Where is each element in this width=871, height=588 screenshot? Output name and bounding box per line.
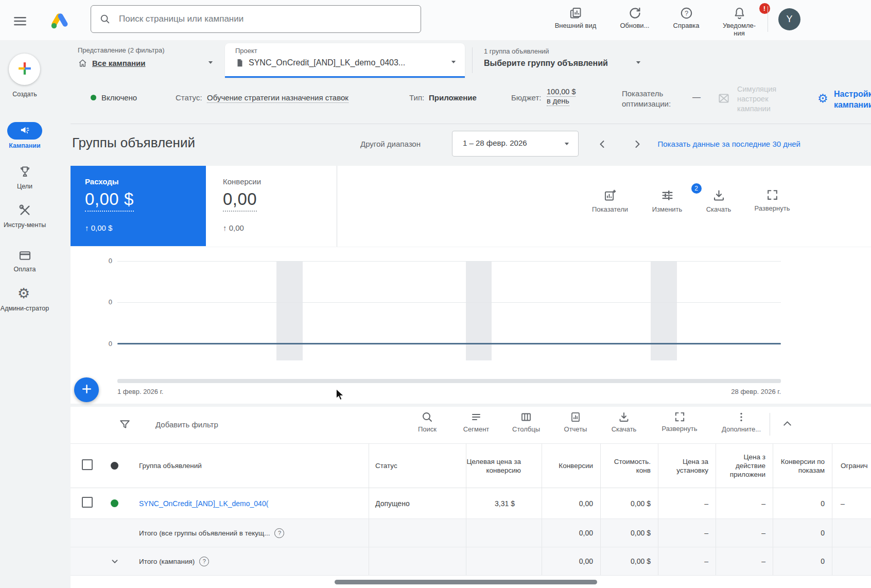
horizontal-scrollbar-thumb[interactable] — [335, 580, 597, 584]
collapse-chevron-up-icon[interactable] — [781, 417, 794, 430]
document-icon — [235, 58, 245, 67]
chart-overview-scrollbar[interactable] — [117, 379, 781, 383]
prev-period-chevron-icon[interactable] — [596, 138, 608, 150]
appearance-button[interactable]: Внешний вид — [552, 6, 599, 29]
columns-button[interactable]: Столбцы — [501, 411, 551, 433]
metric-card-conversions[interactable]: Конверсии 0,00 ↑ 0,00 — [206, 166, 337, 246]
col-header-target-cpa[interactable]: Целевая цена за конверсию — [466, 444, 542, 488]
global-search[interactable] — [91, 5, 421, 33]
optimization-value: — — [692, 93, 701, 102]
row-checkbox[interactable] — [82, 497, 93, 508]
next-period-chevron-icon[interactable] — [631, 138, 643, 150]
contextbar-divider — [472, 47, 473, 73]
date-range-selector[interactable]: 1 – 28 февр. 2026 — [452, 131, 579, 157]
edit-button[interactable]: 2 Изменить — [641, 188, 693, 213]
view-selector[interactable]: Представление (2 фильтра) Все кампании — [71, 44, 222, 76]
add-fab-button[interactable] — [74, 377, 99, 402]
select-all-checkbox[interactable] — [82, 459, 93, 470]
refresh-button[interactable]: Обнови... — [611, 6, 658, 29]
status-value[interactable]: Обучение стратегии назначения ставок — [207, 93, 349, 103]
table-download-button[interactable]: Скачать — [599, 411, 649, 433]
metric-card-cost[interactable]: Расходы 0,00 $ ↑ 0,00 $ — [71, 166, 206, 246]
date-range-value: 1 – 28 февр. 2026 — [463, 139, 527, 147]
reports-button[interactable]: Отчеты — [551, 411, 600, 433]
cell-cost-per-inapp: – — [716, 488, 773, 518]
add-filter-button[interactable]: Добавить фильтр — [155, 420, 218, 429]
total-adgroups-label-cell: Итого (все группы объявлений в текущ... … — [129, 528, 369, 538]
help-button[interactable]: ? Справка — [663, 6, 710, 29]
toolbar-divider — [770, 413, 770, 436]
help-circle-icon[interactable]: ? — [274, 528, 284, 538]
last30days-link[interactable]: Показать данные за последние 30 дней — [646, 140, 800, 148]
notifications-button[interactable]: ! Уведомле-ния — [716, 6, 763, 37]
cell-cost-per-conv: 0,00 $ — [600, 519, 658, 547]
table-search-button[interactable]: Поиск — [403, 411, 452, 433]
project-selector[interactable]: Проект SYNC_OnCredit_[AND]_LK_demo_0403.… — [225, 43, 465, 78]
cell-target-cpa: 3,31 $ — [466, 488, 542, 518]
hamburger-menu-icon[interactable] — [12, 13, 28, 29]
expand-button-label: Развернуть — [755, 204, 790, 212]
tools-icon[interactable] — [18, 203, 32, 217]
create-button[interactable] — [9, 54, 40, 85]
campaign-settings-link[interactable]: Настройки кампании — [834, 89, 871, 110]
x-axis-end-label: 28 февр. 2026 г. — [626, 388, 781, 395]
expand-button[interactable]: Развернуть — [746, 188, 798, 212]
help-circle-icon[interactable]: ? — [199, 557, 209, 566]
download-button[interactable]: Скачать — [693, 188, 744, 213]
notifications-bell-icon: ! — [733, 6, 746, 20]
col-header-target-cpa-text: Целевая цена за конверсию — [466, 457, 521, 475]
admin-gear-icon[interactable]: ⚙ — [18, 285, 30, 302]
appearance-label: Внешний вид — [554, 22, 597, 29]
metric-card-conversions-label: Конверсии — [223, 177, 261, 186]
metrics-chart-panel: Расходы 0,00 $ ↑ 0,00 $ Конверсии 0,00 ↑… — [71, 166, 871, 404]
sidebar-admin-label[interactable]: Админи-стратор — [0, 305, 49, 313]
table-total-row: Итого (все группы объявлений в текущ... … — [71, 519, 871, 547]
weekend-band — [466, 261, 492, 360]
col-header-view-through[interactable]: Конверсии по показам — [773, 444, 832, 488]
col-header-conversions-text: Конверсии — [559, 461, 593, 470]
y-tick: 0 — [94, 257, 112, 265]
adgroup-selector[interactable]: 1 группа объявлений Выберите группу объя… — [480, 44, 650, 76]
top-bar: Внешний вид Обнови... ? Справка ! Уведом… — [0, 0, 871, 40]
download-icon — [618, 411, 630, 423]
col-header-cost-per-install[interactable]: Цена за установку — [658, 444, 716, 488]
sidebar-goals-label[interactable]: Цели — [0, 183, 49, 191]
col-header-cost-per-inapp[interactable]: Цена з действие приложени — [716, 444, 773, 488]
budget-value[interactable]: 100,00 $ в день — [547, 88, 576, 105]
topbar-divider — [768, 6, 768, 32]
col-header-view-through-text: Конверсии по показам — [773, 457, 825, 475]
sidebar-item-campaigns[interactable] — [7, 122, 42, 140]
search-input[interactable] — [118, 13, 412, 25]
col-header-status[interactable]: Статус — [369, 444, 466, 488]
y-tick: 0 — [94, 340, 112, 348]
filter-funnel-icon[interactable] — [118, 418, 131, 431]
google-ads-logo-icon[interactable] — [49, 9, 70, 32]
metrics-button[interactable]: Показатели — [584, 188, 636, 213]
enabled-status-dot — [91, 95, 96, 100]
goals-trophy-icon[interactable] — [18, 165, 32, 179]
metric-card-conversions-value: 0,00 — [223, 189, 257, 212]
cell-cost-per-inapp: – — [716, 519, 773, 547]
table-row[interactable]: SYNC_OnCredit_[AND]_LK_demo_040( Допущен… — [71, 488, 871, 519]
appearance-icon — [569, 6, 583, 20]
sidebar-tools-label[interactable]: Инстру-менты — [0, 221, 49, 229]
sidebar-billing-label[interactable]: Оплата — [0, 266, 49, 273]
adgroup-link[interactable]: SYNC_OnCredit_[AND]_LK_demo_040( — [129, 499, 369, 508]
segment-button[interactable]: Сегмент — [451, 411, 501, 433]
section-divider — [71, 124, 871, 124]
col-header-cost-per-conv[interactable]: Стоимость. конв — [600, 444, 658, 488]
table-expand-button[interactable]: Развернуть — [655, 411, 704, 433]
billing-card-icon[interactable] — [18, 249, 32, 263]
col-header-group[interactable]: Группа объявлений — [129, 461, 369, 470]
col-header-limited[interactable]: Огранич — [832, 444, 871, 488]
col-header-conversions[interactable]: Конверсии — [542, 444, 600, 488]
type-label: Тип: — [409, 93, 424, 102]
total-campaign-label-cell: Итого (кампания) ? — [129, 557, 369, 566]
metric-card-cost-value: 0,00 $ — [85, 189, 134, 212]
enabled-status-label[interactable]: Включено — [101, 93, 137, 102]
avatar[interactable]: Y — [778, 8, 800, 30]
more-button[interactable]: Дополните... — [717, 411, 766, 433]
expand-row-chevron-down-icon[interactable] — [109, 556, 120, 567]
status-label: Статус: — [176, 93, 202, 102]
expand-icon — [766, 188, 779, 201]
